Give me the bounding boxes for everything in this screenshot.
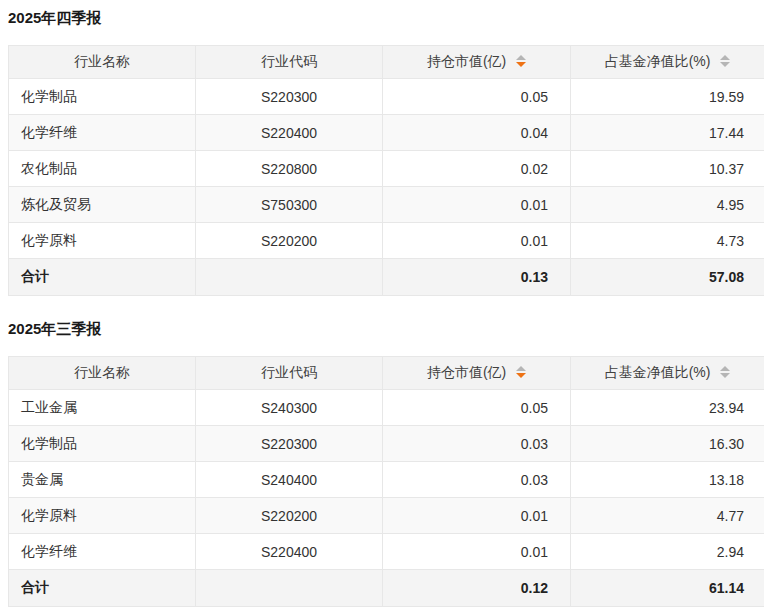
table-row: 化学原料 S220200 0.01 4.73 (9, 223, 764, 259)
market-value-cell: 0.01 (383, 498, 571, 534)
industry-name-cell: 工业金属 (9, 390, 196, 426)
table-header: 行业名称 行业代码 持仓市值(亿) 占基金净值比(%) (9, 357, 764, 390)
page-content: 2025年四季报 行业名称 行业代码 持仓市值(亿) 占基金净值比(%) (0, 0, 764, 607)
column-header-industry-code: 行业代码 (196, 357, 383, 390)
column-header-industry-name: 行业名称 (9, 357, 196, 390)
industry-name-cell: 农化制品 (9, 151, 196, 187)
industry-name-cell: 化学纤维 (9, 115, 196, 151)
table-footer: 合计 0.13 57.08 (9, 259, 764, 296)
table-row: 炼化及贸易 S750300 0.01 4.95 (9, 187, 764, 223)
total-code-cell (196, 259, 383, 296)
industry-name-cell: 化学纤维 (9, 534, 196, 570)
industry-code-cell: S220200 (196, 223, 383, 259)
table-row: 化学制品 S220300 0.03 16.30 (9, 426, 764, 462)
market-value-cell: 0.05 (383, 390, 571, 426)
industry-name-cell: 化学制品 (9, 426, 196, 462)
table-row: 化学纤维 S220400 0.04 17.44 (9, 115, 764, 151)
total-ratio-cell: 57.08 (571, 259, 764, 296)
sort-icon (720, 55, 730, 67)
total-ratio-cell: 61.14 (571, 570, 764, 607)
total-label-cell: 合计 (9, 259, 196, 296)
industry-code-cell: S220200 (196, 498, 383, 534)
table-row: 化学原料 S220200 0.01 4.77 (9, 498, 764, 534)
industry-code-cell: S220400 (196, 115, 383, 151)
table-row: 贵金属 S240400 0.03 13.18 (9, 462, 764, 498)
header-row: 行业名称 行业代码 持仓市值(亿) 占基金净值比(%) (9, 46, 764, 79)
market-value-cell: 0.02 (383, 151, 571, 187)
total-label-cell: 合计 (9, 570, 196, 607)
net-ratio-cell: 4.95 (571, 187, 764, 223)
table-body: 工业金属 S240300 0.05 23.94 化学制品 S220300 0.0… (9, 390, 764, 570)
table-row: 化学纤维 S220400 0.01 2.94 (9, 534, 764, 570)
market-value-cell: 0.05 (383, 79, 571, 115)
industry-code-cell: S240300 (196, 390, 383, 426)
table-row: 农化制品 S220800 0.02 10.37 (9, 151, 764, 187)
market-value-cell: 0.01 (383, 223, 571, 259)
total-row: 合计 0.13 57.08 (9, 259, 764, 296)
industry-code-cell: S750300 (196, 187, 383, 223)
column-header-label: 持仓市值(亿) (427, 53, 506, 69)
industry-code-cell: S220300 (196, 426, 383, 462)
column-header-label: 占基金净值比(%) (605, 53, 711, 69)
net-ratio-cell: 17.44 (571, 115, 764, 151)
industry-name-cell: 化学原料 (9, 223, 196, 259)
column-header-market-value[interactable]: 持仓市值(亿) (383, 46, 571, 79)
table-row: 化学制品 S220300 0.05 19.59 (9, 79, 764, 115)
column-header-label: 占基金净值比(%) (605, 364, 711, 380)
market-value-cell: 0.01 (383, 187, 571, 223)
table-footer: 合计 0.12 61.14 (9, 570, 764, 607)
column-header-market-value[interactable]: 持仓市值(亿) (383, 357, 571, 390)
net-ratio-cell: 19.59 (571, 79, 764, 115)
market-value-cell: 0.03 (383, 426, 571, 462)
table-body: 化学制品 S220300 0.05 19.59 化学纤维 S220400 0.0… (9, 79, 764, 259)
industry-code-cell: S220800 (196, 151, 383, 187)
report-section-q3: 2025年三季报 行业名称 行业代码 持仓市值(亿) 占基金净值比(%) (8, 320, 764, 607)
holdings-table: 行业名称 行业代码 持仓市值(亿) 占基金净值比(%) (8, 45, 764, 296)
industry-code-cell: S220400 (196, 534, 383, 570)
column-header-net-ratio[interactable]: 占基金净值比(%) (571, 357, 764, 390)
report-section-q4: 2025年四季报 行业名称 行业代码 持仓市值(亿) 占基金净值比(%) (8, 9, 764, 296)
total-value-cell: 0.12 (383, 570, 571, 607)
industry-name-cell: 炼化及贸易 (9, 187, 196, 223)
total-code-cell (196, 570, 383, 607)
header-row: 行业名称 行业代码 持仓市值(亿) 占基金净值比(%) (9, 357, 764, 390)
net-ratio-cell: 13.18 (571, 462, 764, 498)
industry-name-cell: 化学原料 (9, 498, 196, 534)
sort-icon (516, 366, 526, 378)
industry-code-cell: S240400 (196, 462, 383, 498)
net-ratio-cell: 10.37 (571, 151, 764, 187)
total-value-cell: 0.13 (383, 259, 571, 296)
industry-name-cell: 贵金属 (9, 462, 196, 498)
report-title: 2025年三季报 (8, 320, 764, 338)
column-header-industry-code: 行业代码 (196, 46, 383, 79)
sort-icon (720, 366, 730, 378)
column-header-industry-name: 行业名称 (9, 46, 196, 79)
market-value-cell: 0.03 (383, 462, 571, 498)
report-title: 2025年四季报 (8, 9, 764, 27)
net-ratio-cell: 23.94 (571, 390, 764, 426)
table-header: 行业名称 行业代码 持仓市值(亿) 占基金净值比(%) (9, 46, 764, 79)
holdings-table: 行业名称 行业代码 持仓市值(亿) 占基金净值比(%) (8, 356, 764, 607)
column-header-label: 持仓市值(亿) (427, 364, 506, 380)
market-value-cell: 0.01 (383, 534, 571, 570)
total-row: 合计 0.12 61.14 (9, 570, 764, 607)
column-header-net-ratio[interactable]: 占基金净值比(%) (571, 46, 764, 79)
industry-code-cell: S220300 (196, 79, 383, 115)
net-ratio-cell: 16.30 (571, 426, 764, 462)
net-ratio-cell: 4.73 (571, 223, 764, 259)
market-value-cell: 0.04 (383, 115, 571, 151)
net-ratio-cell: 2.94 (571, 534, 764, 570)
industry-name-cell: 化学制品 (9, 79, 196, 115)
sort-icon (516, 55, 526, 67)
table-row: 工业金属 S240300 0.05 23.94 (9, 390, 764, 426)
net-ratio-cell: 4.77 (571, 498, 764, 534)
